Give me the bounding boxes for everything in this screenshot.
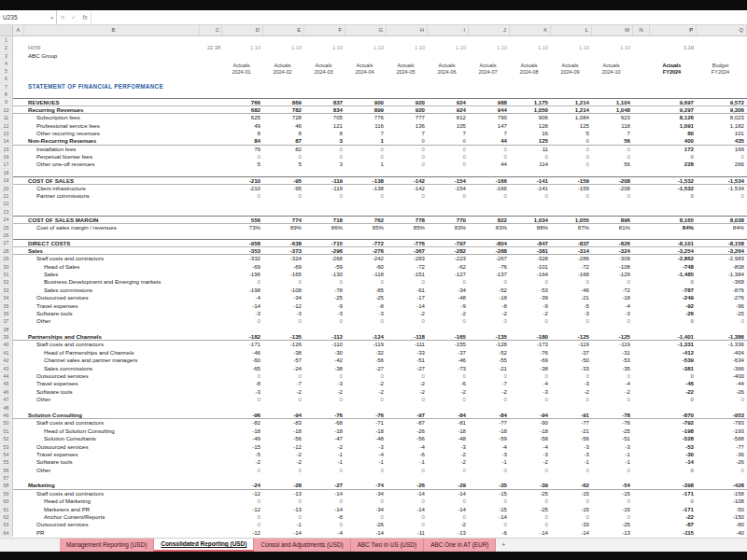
row-label[interactable]: Travel expenses	[24, 380, 200, 387]
cell[interactable]: -25	[304, 294, 345, 301]
cell[interactable]: 0	[650, 153, 697, 161]
cell[interactable]: 0	[592, 497, 633, 505]
cell[interactable]: -35	[469, 482, 510, 489]
cell[interactable]: -1,401	[650, 333, 697, 341]
cell[interactable]	[633, 349, 650, 357]
cell[interactable]	[200, 396, 222, 403]
cell[interactable]: 5	[222, 161, 263, 168]
cell[interactable]: -14	[387, 506, 428, 513]
cell[interactable]: 0	[345, 278, 387, 286]
row-number[interactable]: 57	[0, 474, 13, 482]
row-number[interactable]: 46	[0, 388, 13, 396]
cell[interactable]: -24	[263, 365, 304, 372]
cell[interactable]: -13	[428, 529, 469, 537]
cell[interactable]: -48	[428, 435, 469, 442]
cell[interactable]	[633, 310, 650, 317]
row-number[interactable]: 55	[0, 458, 13, 466]
cell[interactable]: -27	[345, 365, 387, 372]
cell[interactable]: -25	[697, 310, 747, 317]
cell[interactable]	[633, 529, 650, 537]
cell[interactable]: -33	[551, 365, 592, 372]
cell[interactable]: 3	[304, 161, 345, 168]
cell[interactable]	[13, 317, 24, 325]
cell[interactable]: 8,165	[650, 216, 697, 223]
period-header[interactable]: BudgetFY2024	[697, 60, 747, 75]
cell[interactable]: -94	[263, 412, 304, 419]
row-label[interactable]: Sales commissions	[24, 365, 200, 372]
cell[interactable]: -276	[345, 247, 387, 255]
cell[interactable]: -288	[469, 247, 510, 255]
cell[interactable]: -60	[222, 357, 263, 364]
cell[interactable]: -18	[345, 427, 387, 435]
period-header[interactable]: Actuals2024-08	[510, 60, 551, 75]
cell[interactable]: -332	[222, 255, 263, 262]
cell[interactable]: -223	[428, 255, 469, 262]
cell[interactable]: -4	[387, 443, 428, 451]
cell[interactable]: 0	[387, 521, 428, 528]
cell[interactable]: -4	[510, 380, 551, 387]
cell[interactable]	[13, 326, 24, 333]
cell[interactable]: -119	[592, 341, 633, 348]
cell[interactable]	[633, 497, 650, 505]
cell[interactable]: -210	[222, 176, 263, 184]
cell[interactable]: -2	[592, 388, 633, 396]
cell[interactable]	[633, 380, 650, 387]
cell[interactable]	[633, 333, 650, 341]
cell[interactable]	[13, 372, 24, 380]
cell[interactable]: -22	[650, 513, 697, 521]
cell[interactable]: -51	[592, 435, 633, 442]
row-number[interactable]: 2	[0, 44, 13, 51]
cell[interactable]	[13, 529, 24, 537]
cell[interactable]: 0	[345, 513, 387, 521]
cell[interactable]: 762	[345, 216, 387, 223]
formula-input[interactable]	[91, 10, 747, 24]
cell[interactable]: -6	[387, 451, 428, 458]
cell[interactable]: -154	[428, 176, 469, 184]
row-number[interactable]: 47	[0, 396, 13, 403]
column-header-A[interactable]: A	[13, 25, 24, 35]
cell[interactable]: 8	[222, 130, 263, 137]
cell[interactable]: -32	[345, 349, 387, 357]
cell[interactable]: 837	[304, 98, 345, 105]
cell[interactable]: 0	[469, 192, 510, 200]
cell[interactable]: -59	[304, 263, 345, 271]
cell[interactable]: -48	[428, 294, 469, 301]
add-sheet-button[interactable]: +	[496, 539, 511, 552]
cell[interactable]	[200, 224, 222, 231]
cell[interactable]: 116	[345, 122, 387, 130]
cell[interactable]: -1,532	[650, 176, 697, 184]
cell[interactable]	[200, 122, 222, 130]
sheet-tab-1[interactable]: Consolidated Reporting (USD)	[154, 539, 254, 552]
cell[interactable]: 121	[304, 122, 345, 130]
cell[interactable]: -381	[510, 247, 551, 255]
row-number[interactable]: 10	[0, 106, 13, 114]
cell[interactable]: 869	[263, 98, 304, 105]
cell[interactable]: 83%	[428, 224, 469, 231]
cell[interactable]	[200, 294, 222, 301]
cell[interactable]	[13, 122, 24, 130]
cell[interactable]: 1.10	[510, 44, 551, 51]
cell[interactable]: -314	[551, 247, 592, 255]
cell[interactable]: -870	[650, 412, 697, 419]
cell[interactable]	[200, 310, 222, 317]
cell[interactable]: 0	[510, 467, 551, 474]
cell[interactable]: -1	[345, 458, 387, 466]
cell[interactable]: 1.10	[469, 44, 510, 51]
cell[interactable]: 0	[304, 317, 345, 325]
cell[interactable]	[13, 231, 24, 239]
cell[interactable]	[200, 176, 222, 184]
cell[interactable]	[200, 52, 222, 60]
cell[interactable]: -130	[304, 271, 345, 278]
cell[interactable]: -398	[650, 482, 697, 489]
column-header-E[interactable]: E	[263, 25, 304, 35]
cell[interactable]: -9	[510, 302, 551, 310]
cell[interactable]	[13, 333, 24, 341]
cell[interactable]: 7	[387, 130, 428, 137]
cell[interactable]: -57	[263, 357, 304, 364]
row-label[interactable]: Other recurring revenues	[24, 130, 200, 137]
row-number[interactable]: 22	[0, 200, 13, 207]
row-label[interactable]: Head of Marketing	[24, 497, 200, 505]
cell[interactable]: 9,306	[697, 106, 747, 114]
cell[interactable]: 770	[428, 216, 469, 223]
cell[interactable]	[633, 130, 650, 137]
